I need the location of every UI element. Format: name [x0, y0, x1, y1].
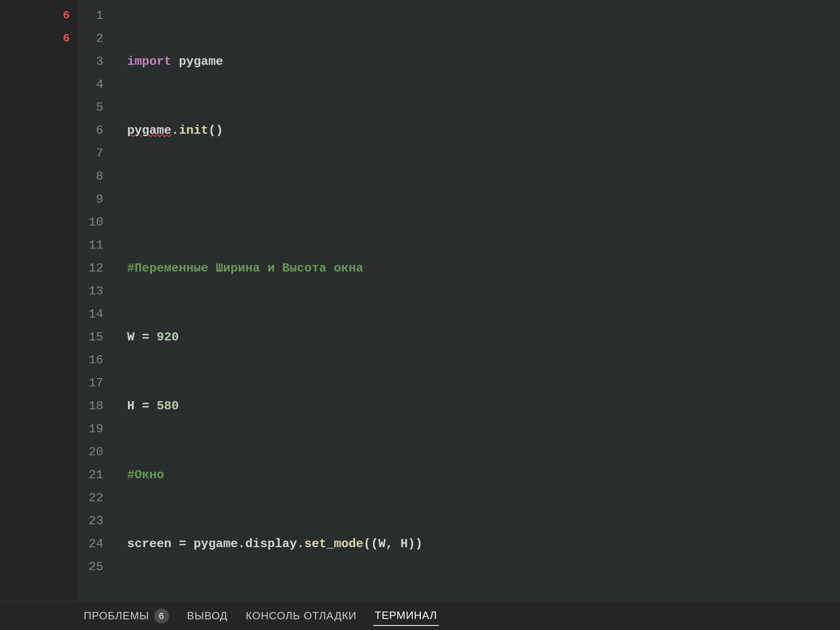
- line-number: 2: [78, 27, 115, 50]
- line-number: 9: [78, 188, 115, 211]
- line-number: 14: [78, 303, 115, 326]
- code-line[interactable]: W = 920: [127, 326, 840, 349]
- tab-label: КОНСОЛЬ ОТЛАДКИ: [246, 609, 357, 622]
- code-line[interactable]: [127, 188, 840, 211]
- line-number: 8: [78, 165, 115, 188]
- code-line[interactable]: pygame.init(): [127, 119, 840, 142]
- tab-debug-console[interactable]: КОНСОЛЬ ОТЛАДКИ: [244, 606, 358, 625]
- bottom-panel: ПРОБЛЕМЫ 6 ВЫВОД КОНСОЛЬ ОТЛАДКИ ТЕРМИНА…: [0, 601, 840, 630]
- tab-terminal[interactable]: ТЕРМИНАЛ: [373, 606, 439, 626]
- problems-badge: 6: [154, 609, 169, 623]
- line-number: 3: [78, 50, 115, 73]
- code-editor[interactable]: import pygame pygame.init() #Переменные …: [115, 0, 840, 601]
- line-number: 13: [78, 280, 115, 303]
- code-line[interactable]: #Переменные Ширина и Высота окна: [127, 257, 840, 280]
- tab-problems[interactable]: ПРОБЛЕМЫ 6: [82, 605, 171, 627]
- line-number: 4: [78, 73, 115, 96]
- line-number: 22: [78, 486, 115, 509]
- line-number: 23: [78, 509, 115, 532]
- line-number: 17: [78, 372, 115, 395]
- line-number: 12: [78, 257, 115, 280]
- line-number: 16: [78, 349, 115, 372]
- tab-label: ВЫВОД: [187, 609, 228, 622]
- line-number: 15: [78, 326, 115, 349]
- line-number: 1: [78, 4, 115, 27]
- line-number-gutter: 1 2 3 4 5 6 7 8 9 10 11 12 13 14 15 16 1…: [78, 0, 115, 601]
- main-area: 6 6 1 2 3 4 5 6 7 8 9 10 11 12 13 14 15 …: [0, 0, 840, 601]
- line-number: 11: [78, 234, 115, 257]
- error-marker[interactable]: 6: [0, 27, 78, 50]
- editor-container: 6 6 1 2 3 4 5 6 7 8 9 10 11 12 13 14 15 …: [0, 0, 840, 630]
- error-marker[interactable]: 6: [0, 4, 78, 27]
- line-number: 6: [78, 119, 115, 142]
- line-number: 25: [78, 555, 115, 578]
- code-line[interactable]: import pygame: [127, 50, 840, 73]
- code-line[interactable]: H = 580: [127, 395, 840, 418]
- line-number: 19: [78, 418, 115, 441]
- line-number: 20: [78, 441, 115, 463]
- line-number: 24: [78, 532, 115, 555]
- tab-label: ТЕРМИНАЛ: [375, 609, 437, 622]
- line-number: 10: [78, 211, 115, 234]
- line-number: 21: [78, 463, 115, 486]
- code-line[interactable]: #Окно: [127, 463, 840, 486]
- line-number: 7: [78, 142, 115, 165]
- tab-output[interactable]: ВЫВОД: [185, 606, 229, 625]
- error-gutter: 6 6: [0, 0, 78, 601]
- code-line[interactable]: screen = pygame.display.set_mode((W, H)): [127, 532, 840, 555]
- line-number: 5: [78, 96, 115, 119]
- tab-label: ПРОБЛЕМЫ: [84, 609, 149, 622]
- line-number: 18: [78, 395, 115, 418]
